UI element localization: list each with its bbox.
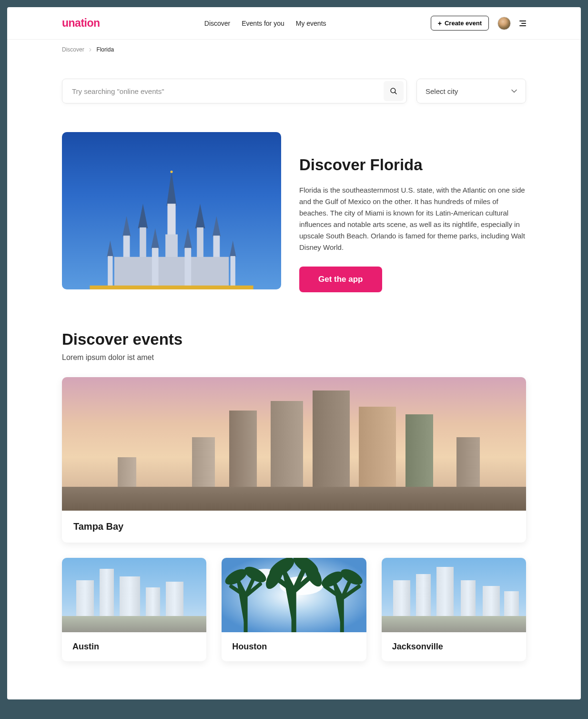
search-icon (389, 87, 398, 95)
svg-marker-19 (184, 228, 192, 248)
search-box (62, 79, 407, 103)
svg-marker-6 (138, 204, 148, 228)
city-image (222, 558, 366, 632)
city-title: Jacksonville (392, 642, 516, 652)
events-section-subtitle: Lorem ipsum dolor ist amet (62, 353, 526, 362)
hero-text: Discover Florida Florida is the southeas… (299, 132, 526, 292)
city-select[interactable]: Select city (416, 79, 526, 103)
svg-marker-1 (167, 171, 177, 205)
header: unation Discover Events for you My event… (7, 7, 581, 40)
breadcrumb-root[interactable]: Discover (62, 46, 84, 53)
main-content: Select city (7, 60, 581, 699)
city-grid: Austin (62, 558, 526, 661)
create-event-button[interactable]: + Create event (431, 16, 489, 31)
hero: Discover Florida Florida is the southeas… (62, 132, 526, 292)
header-actions: + Create event (431, 16, 526, 31)
svg-rect-9 (108, 256, 112, 289)
svg-marker-10 (213, 216, 221, 236)
svg-rect-18 (152, 247, 159, 289)
breadcrumb-current: Florida (96, 46, 114, 53)
city-card-austin[interactable]: Austin (62, 558, 206, 661)
search-input[interactable] (72, 87, 384, 95)
nav-discover[interactable]: Discover (204, 20, 230, 27)
main-nav: Discover Events for you My events (204, 20, 326, 27)
chevron-right-icon (89, 46, 93, 53)
featured-city-title: Tampa Bay (73, 521, 515, 532)
featured-city-card[interactable]: Tampa Bay (62, 377, 526, 543)
plus-icon: + (438, 20, 442, 27)
search-row: Select city (62, 79, 526, 103)
hero-title: Discover Florida (299, 156, 526, 174)
svg-rect-20 (184, 247, 191, 289)
featured-city-image (62, 377, 526, 511)
svg-rect-16 (114, 257, 229, 289)
svg-marker-12 (195, 204, 205, 228)
nav-my-events[interactable]: My events (296, 20, 326, 27)
nav-events-for-you[interactable]: Events for you (242, 20, 284, 27)
create-event-label: Create event (445, 20, 482, 27)
app-shell: unation Discover Events for you My event… (7, 7, 581, 699)
logo[interactable]: unation (62, 17, 100, 30)
svg-marker-14 (230, 240, 236, 257)
search-button[interactable] (384, 81, 404, 101)
city-title: Houston (232, 642, 355, 652)
svg-point-21 (170, 170, 172, 173)
menu-icon[interactable] (519, 21, 526, 26)
city-card-jacksonville[interactable]: Jacksonville (382, 558, 526, 661)
svg-marker-4 (122, 216, 131, 236)
city-select-label: Select city (426, 87, 458, 95)
breadcrumb: Discover Florida (7, 40, 581, 60)
get-app-button[interactable]: Get the app (299, 267, 382, 292)
city-card-houston[interactable]: Houston (222, 558, 366, 661)
city-image (382, 558, 526, 632)
svg-marker-8 (107, 240, 113, 257)
hero-image (62, 132, 281, 289)
avatar[interactable] (497, 17, 511, 30)
city-title: Austin (72, 642, 196, 652)
events-section-title: Discover events (62, 330, 526, 349)
city-image (62, 558, 206, 632)
hero-description: Florida is the southeasternmost U.S. sta… (299, 185, 526, 253)
svg-rect-22 (90, 285, 253, 289)
chevron-down-icon (511, 89, 517, 93)
svg-marker-17 (151, 228, 159, 248)
svg-rect-15 (231, 256, 235, 289)
svg-rect-2 (167, 204, 175, 236)
